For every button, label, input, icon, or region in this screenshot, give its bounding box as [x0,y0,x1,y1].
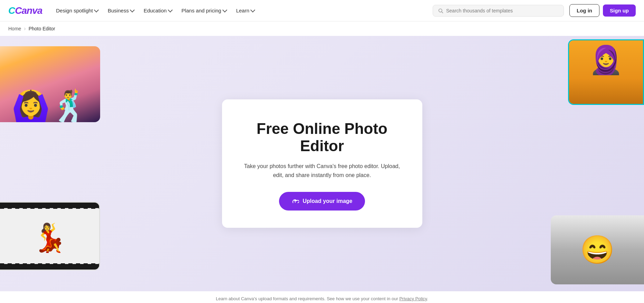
logo[interactable]: CCanva [8,5,42,16]
hero-image-right-top: 🧕 [568,39,644,105]
svg-line-1 [442,12,443,13]
bottom-bar: Learn about Canva's upload formats and r… [0,291,644,303]
login-button[interactable]: Log in [569,4,599,17]
cloud-upload-icon [291,197,299,205]
hero-title: Free Online Photo Editor [243,120,402,155]
nav-item-education[interactable]: Education [140,5,176,16]
nav-item-learn[interactable]: Learn [232,5,259,16]
navbar: CCanva Design spotlight Business Educati… [0,0,644,21]
hero-image-left-top: 🙆‍♀️ 🕺 [0,46,100,122]
nav-items: Design spotlight Business Education Plan… [52,5,433,16]
search-icon [438,8,443,13]
breadcrumb: Home › Photo Editor [0,21,644,36]
nav-item-design-spotlight[interactable]: Design spotlight [52,5,102,16]
hero-image-left-bottom: 💃 [0,202,100,271]
chevron-down-icon [94,8,99,12]
chevron-down-icon [130,8,135,12]
breadcrumb-separator: › [24,26,26,32]
bottom-info-text: Learn about Canva's upload formats and r… [8,296,636,301]
hero-section: 🙆‍♀️ 🕺 💃 🧕 😄 Free Online Photo Editor Ta… [0,36,644,291]
nav-actions: Log in Sign up [569,4,636,17]
privacy-policy-link[interactable]: Privacy Policy [399,296,427,301]
breadcrumb-home[interactable]: Home [8,26,21,31]
chevron-down-icon [222,8,227,12]
search-input[interactable] [446,8,559,13]
hero-image-right-bottom: 😄 [551,215,644,284]
breadcrumb-current: Photo Editor [29,26,55,31]
chevron-down-icon [250,8,255,12]
upload-image-button[interactable]: Upload your image [279,192,365,211]
signup-button[interactable]: Sign up [603,4,636,17]
hero-card: Free Online Photo Editor Take your photo… [222,99,422,228]
nav-item-plans-pricing[interactable]: Plans and pricing [177,5,231,16]
chevron-down-icon [168,8,173,12]
search-bar [433,5,564,17]
hero-subtitle: Take your photos further with Canva's fr… [243,162,402,179]
nav-item-business[interactable]: Business [104,5,138,16]
